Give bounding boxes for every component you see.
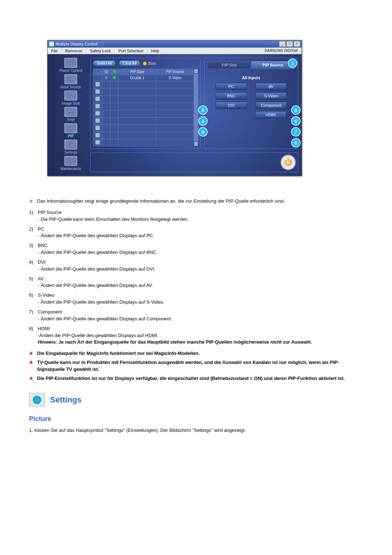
hdmi-button[interactable]: HDMI <box>255 111 286 118</box>
settings-heading: Settings <box>29 393 363 407</box>
row-empty[interactable] <box>93 132 102 139</box>
clear-all-button[interactable]: Clear All <box>119 60 140 66</box>
grid-scrollbar[interactable] <box>194 69 198 146</box>
row-pipsource: S-Video <box>156 75 194 81</box>
dvi-button[interactable]: DVI <box>216 102 247 109</box>
row-empty[interactable] <box>93 117 102 125</box>
app-icon <box>49 41 54 46</box>
callout-3: 3 <box>198 116 208 126</box>
callout-6: 6 <box>291 116 301 126</box>
pip-icon <box>64 123 77 133</box>
col-pipsize: PIP Size <box>118 69 156 75</box>
maximize-button[interactable]: □ <box>286 41 293 47</box>
right-panel: 1 PIP Size PIP Source All Inputs 2 3 4 5… <box>204 58 298 149</box>
settings-heading-text: Settings <box>50 394 82 406</box>
display-grid: ID PIP Size PIP Source 0 Double 1 S-Vide… <box>93 69 194 146</box>
menubar: File Remocon Safety Lock Port Selection … <box>48 48 302 54</box>
time-icon <box>64 107 77 117</box>
tab-pipsize[interactable]: PIP Size <box>208 61 251 69</box>
row-empty[interactable] <box>93 125 102 132</box>
input-icon <box>64 74 77 84</box>
sidebar-item-pip[interactable]: PIP <box>64 123 77 138</box>
doc-hint: Hinweis: Je nach Art der Eingangsquelle … <box>38 339 312 345</box>
callout-5: 5 <box>291 105 301 115</box>
sidebar-item-label: Power Control <box>59 69 82 73</box>
settings-heading-icon <box>29 393 45 407</box>
row-id: 0 <box>102 75 110 81</box>
sidebar-item-power[interactable]: Power Control <box>59 58 82 73</box>
col-status <box>110 69 118 75</box>
bnc-button[interactable]: BNC <box>216 92 247 100</box>
row-empty[interactable] <box>93 110 102 117</box>
callout-7: 7 <box>291 127 301 137</box>
power-indicator-icon: ⏻ <box>281 155 295 170</box>
menu-safetylock[interactable]: Safety Lock <box>86 48 115 54</box>
menu-file[interactable]: File <box>48 48 62 54</box>
sidebar-item-label: Input Source <box>61 85 81 89</box>
all-inputs-label: All Inputs <box>208 76 295 80</box>
brand-label: SAMSUNG DIGITall <box>261 48 302 54</box>
row-empty[interactable] <box>93 81 102 88</box>
sidebar-item-label: Time <box>67 118 75 122</box>
imagesize-icon <box>64 90 77 101</box>
sidebar-item-settings[interactable]: Settings <box>64 139 77 154</box>
scroll-up-icon[interactable] <box>194 69 198 74</box>
picture-heading: Picture <box>29 414 363 424</box>
callout-2: 2 <box>198 105 208 115</box>
menu-remocon[interactable]: Remocon <box>62 48 86 54</box>
doc-intro: Das Informationsgitter zeigt einige grun… <box>29 198 363 205</box>
col-select[interactable] <box>93 69 102 75</box>
sidebar-item-maintenance[interactable]: Maintenance <box>60 156 81 171</box>
document-body: Das Informationsgitter zeigt einige grun… <box>29 198 363 434</box>
component-button[interactable]: Component <box>256 102 287 109</box>
app-window: Multiple Display Control _ □ × File Remo… <box>47 40 302 176</box>
doc-note: Die Eingabequelle für MagicInfo funktion… <box>29 350 363 357</box>
busy-indicator: Busy <box>143 61 156 65</box>
sidebar: Power Control Input Source Image Size Ti… <box>51 58 90 172</box>
sidebar-item-time[interactable]: Time <box>64 107 77 122</box>
maintenance-icon <box>64 156 77 166</box>
doc-note: TV-Quelle kann nur in Produkten mit Fern… <box>29 359 363 373</box>
close-button[interactable]: × <box>294 41 300 47</box>
row-status <box>110 75 118 81</box>
menu-help[interactable]: Help <box>147 48 163 54</box>
row-pipsize: Double 1 <box>118 75 156 81</box>
av-button[interactable]: AV <box>256 83 287 90</box>
scroll-down-icon[interactable] <box>194 141 198 146</box>
sidebar-item-label: PIP <box>68 134 74 138</box>
callout-8: 8 <box>291 138 301 147</box>
doc-note: Die PIP-Einstellfunktion ist nur für Dis… <box>29 375 363 382</box>
sidebar-item-label: Image Size <box>62 101 80 105</box>
sidebar-item-input[interactable]: Input Source <box>61 74 81 89</box>
table-area: Select All Clear All Busy ID <box>90 58 201 149</box>
row-empty[interactable] <box>93 96 102 103</box>
col-id: ID <box>102 69 110 75</box>
bottom-bar: ⏻ <box>90 153 298 172</box>
callout-4: 4 <box>198 127 208 137</box>
busy-dot-icon <box>143 62 147 65</box>
picture-step: 1. Klicken Sie auf das Hauptsymbol "Sett… <box>29 427 363 434</box>
minimize-button[interactable]: _ <box>279 41 286 47</box>
callout-1: 1 <box>288 58 297 68</box>
sidebar-item-label: Maintenance <box>60 167 81 171</box>
row-select[interactable] <box>93 75 102 81</box>
col-pipsource: PIP Source <box>156 69 194 75</box>
select-all-button[interactable]: Select All <box>93 60 116 66</box>
pc-button[interactable]: PC <box>216 83 247 90</box>
settings-icon <box>64 139 77 150</box>
row-empty[interactable] <box>93 103 102 110</box>
sidebar-item-imagesize[interactable]: Image Size <box>62 90 80 105</box>
sidebar-item-label: Settings <box>64 150 77 154</box>
busy-label: Busy <box>148 61 156 65</box>
power-icon <box>64 58 77 68</box>
doc-list: 1) PIP Source - Die PIP-Quelle kann beim… <box>29 209 363 346</box>
menu-portselection[interactable]: Port Selection <box>115 48 147 54</box>
window-title: Multiple Display Control <box>56 42 279 46</box>
svideo-button[interactable]: S-Video <box>256 92 287 100</box>
row-empty[interactable] <box>93 139 102 146</box>
doc-item-desc: - Die PIP-Quelle kann beim Einschalten d… <box>38 216 189 222</box>
titlebar: Multiple Display Control _ □ × <box>48 40 302 48</box>
row-empty[interactable] <box>93 88 102 96</box>
doc-item-title: PIP Source <box>38 210 62 215</box>
